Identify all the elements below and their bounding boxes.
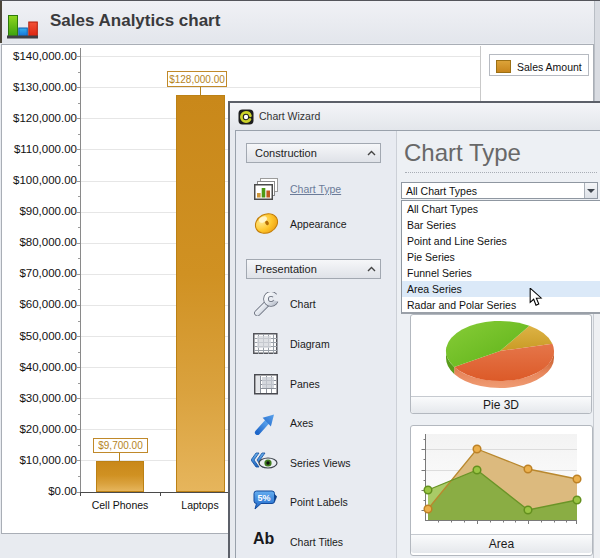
svg-text:5%: 5%: [257, 493, 270, 503]
